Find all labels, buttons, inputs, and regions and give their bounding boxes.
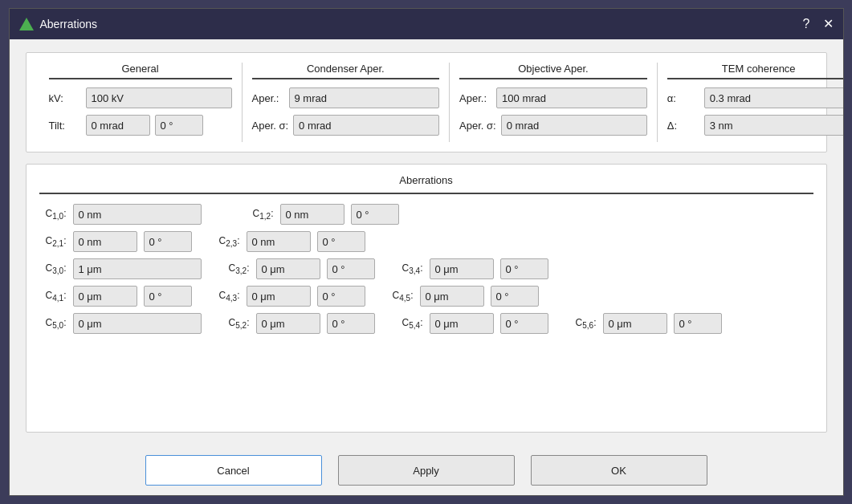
aber-row-5: C5,0: C5,2: C5,4: C5,6: (39, 313, 813, 334)
c34-input[interactable] (430, 258, 494, 279)
delta-input[interactable] (704, 115, 843, 136)
dialog-footer: Cancel Apply OK (10, 445, 843, 495)
alpha-label: α: (667, 92, 699, 104)
c43-deg-input[interactable] (317, 286, 365, 307)
ok-button[interactable]: OK (531, 455, 707, 486)
app-icon (19, 18, 34, 30)
obj-sigma-label: Aper. σ: (459, 120, 496, 132)
c45-label: C4,5: (386, 290, 414, 303)
titlebar-left: Aberrations (19, 18, 98, 30)
cond-aper-label: Aper.: (252, 92, 284, 104)
tem-title: TEM coherence (667, 63, 843, 75)
kv-row: kV: (49, 87, 232, 108)
c56-label: C5,6: (569, 317, 597, 330)
c30-label: C3,0: (39, 262, 67, 275)
alpha-row: α: (667, 87, 843, 108)
c21-input[interactable] (73, 231, 137, 252)
kv-input[interactable] (86, 87, 232, 108)
obj-aper-label: Aper.: (459, 92, 491, 104)
tilt-label: Tilt: (49, 120, 81, 132)
obj-sigma-row: Aper. σ: (459, 115, 647, 136)
c21-deg-input[interactable] (144, 231, 192, 252)
tem-divider (667, 78, 843, 79)
c21-label: C2,1: (39, 235, 67, 248)
c32-input[interactable] (256, 258, 320, 279)
c32-label: C3,2: (222, 262, 250, 275)
c34-deg-input[interactable] (500, 258, 548, 279)
general-col: General kV: Tilt: (39, 63, 243, 142)
cond-aper-row: Aper.: (252, 87, 440, 108)
cancel-button[interactable]: Cancel (145, 455, 322, 486)
obj-sigma-input[interactable] (501, 115, 647, 136)
c41-input[interactable] (73, 286, 137, 307)
aberrations-divider (39, 193, 813, 194)
objective-divider (459, 78, 647, 79)
obj-aper-row: Aper.: (459, 87, 647, 108)
parameters-section: General kV: Tilt: Condenser Aper. (26, 52, 827, 152)
c32-deg-input[interactable] (327, 258, 375, 279)
c54-deg-input[interactable] (500, 313, 548, 334)
condenser-title: Condenser Aper. (252, 63, 440, 75)
cond-sigma-label: Aper. σ: (252, 120, 289, 132)
general-title: General (49, 63, 232, 75)
c54-label: C5,4: (396, 317, 423, 330)
cond-aper-input[interactable] (289, 87, 440, 108)
c34-label: C3,4: (396, 262, 423, 275)
c10-input[interactable] (73, 204, 202, 225)
aberrations-grid: C1,0: C1,2: C2,1: C2,3: (39, 204, 813, 334)
aber-row-1: C1,0: C1,2: (39, 204, 813, 225)
titlebar-controls: ? ✕ (803, 18, 834, 30)
tilt-row: Tilt: (49, 115, 232, 136)
c52-label: C5,2: (222, 317, 250, 330)
condenser-col: Condenser Aper. Aper.: Aper. σ: (243, 63, 450, 142)
alpha-input[interactable] (704, 87, 843, 108)
c23-deg-input[interactable] (317, 231, 365, 252)
c50-input[interactable] (73, 313, 202, 334)
c41-label: C4,1: (39, 290, 67, 303)
c41-deg-input[interactable] (144, 286, 192, 307)
help-button[interactable]: ? (803, 18, 810, 30)
c52-deg-input[interactable] (327, 313, 375, 334)
general-divider (49, 78, 232, 79)
c12-deg-input[interactable] (351, 204, 399, 225)
dialog-title: Aberrations (40, 18, 98, 30)
titlebar: Aberrations ? ✕ (10, 9, 843, 39)
cond-sigma-row: Aper. σ: (252, 115, 440, 136)
parameters-grid: General kV: Tilt: Condenser Aper. (39, 63, 813, 142)
c23-label: C2,3: (213, 235, 240, 248)
c10-label: C1,0: (39, 208, 67, 221)
c12-label: C1,2: (247, 208, 274, 221)
c45-input[interactable] (420, 286, 484, 307)
dialog-body: General kV: Tilt: Condenser Aper. (10, 39, 843, 445)
c45-deg-input[interactable] (491, 286, 539, 307)
aber-row-4: C4,1: C4,3: C4,5: (39, 286, 813, 307)
condenser-divider (252, 78, 440, 79)
aberrations-title: Aberrations (39, 174, 813, 186)
c56-deg-input[interactable] (674, 313, 722, 334)
c43-input[interactable] (247, 286, 311, 307)
close-button[interactable]: ✕ (823, 18, 834, 30)
c30-input[interactable] (73, 258, 202, 279)
apply-button[interactable]: Apply (338, 455, 515, 486)
aberrations-section: Aberrations C1,0: C1,2: C2,1: (26, 164, 827, 433)
aber-row-3: C3,0: C3,2: C3,4: (39, 258, 813, 279)
c23-input[interactable] (247, 231, 311, 252)
kv-label: kV: (49, 92, 81, 104)
c52-input[interactable] (256, 313, 320, 334)
c12-input[interactable] (280, 204, 344, 225)
delta-row: Δ: (667, 115, 843, 136)
tilt-input1[interactable] (86, 115, 150, 136)
delta-label: Δ: (667, 120, 699, 132)
c50-label: C5,0: (39, 317, 67, 330)
obj-aper-input[interactable] (496, 87, 647, 108)
dialog: Aberrations ? ✕ General kV: Tilt: (9, 8, 844, 496)
aber-row-2: C2,1: C2,3: (39, 231, 813, 252)
cond-sigma-input[interactable] (293, 115, 439, 136)
objective-col: Objective Aper. Aper.: Aper. σ: (450, 63, 658, 142)
tilt-input2[interactable] (155, 115, 203, 136)
c54-input[interactable] (430, 313, 494, 334)
tem-col: TEM coherence α: Δ: (658, 63, 843, 142)
c56-input[interactable] (603, 313, 667, 334)
c43-label: C4,3: (213, 290, 240, 303)
objective-title: Objective Aper. (459, 63, 647, 75)
